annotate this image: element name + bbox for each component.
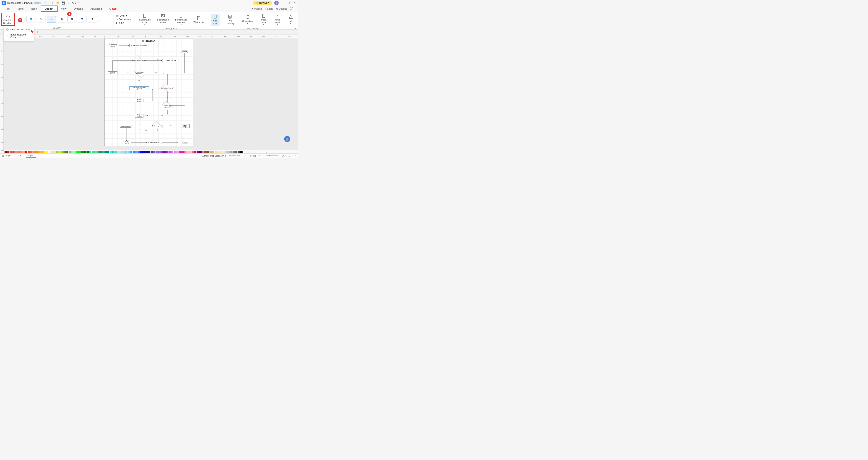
color-swatch[interactable] (197, 151, 199, 153)
color-swatch[interactable] (84, 151, 86, 153)
color-swatch[interactable] (56, 151, 58, 153)
fc-sla[interactable]: SLA (183, 141, 189, 144)
borders-headers-button[interactable]: Borders andHeaders▾ (173, 12, 189, 27)
undo-icon[interactable]: ↶ (43, 1, 46, 4)
tab-advanced[interactable]: Advanced (87, 6, 105, 11)
color-swatch[interactable] (43, 151, 45, 153)
color-swatch[interactable] (184, 151, 186, 153)
fit-screen-button[interactable]: ⛶ (289, 154, 291, 157)
color-swatch[interactable] (179, 151, 181, 153)
color-swatch[interactable] (71, 151, 73, 153)
color-swatch[interactable] (227, 151, 230, 153)
color-swatch[interactable] (63, 151, 66, 153)
page-tab-active[interactable]: Page-1 (26, 154, 36, 157)
color-swatch[interactable] (186, 151, 189, 153)
color-swatch[interactable] (15, 151, 17, 153)
pages-icon[interactable]: ▥ (2, 154, 4, 157)
tab-symbols[interactable]: Symbols (70, 6, 87, 11)
publish-button[interactable]: ✈Publish (251, 7, 262, 10)
color-swatch[interactable] (240, 151, 243, 153)
color-swatch[interactable] (255, 151, 258, 153)
fc-service-req[interactable]: Service Request (162, 59, 179, 62)
watermark-button[interactable]: Watermark (191, 15, 206, 24)
drawing-page[interactable]: IT Flowchart (104, 38, 193, 146)
share-button[interactable]: ∝Share (265, 7, 273, 10)
options-button[interactable]: ⚙Options (276, 7, 287, 10)
batch-replace-color-item[interactable]: Batch Replace Color (4, 32, 34, 40)
no-color-swatch[interactable] (1, 150, 4, 153)
color-swatch[interactable] (104, 151, 107, 153)
color-swatch[interactable] (33, 151, 35, 153)
color-swatch[interactable] (156, 151, 158, 153)
color-swatch[interactable] (107, 151, 110, 153)
color-swatch[interactable] (158, 151, 161, 153)
presentation-button[interactable]: ▷ (259, 154, 260, 157)
background-picture-button[interactable]: BackgroundPicture▾ (155, 12, 170, 27)
zoom-slider[interactable] (266, 155, 278, 156)
color-swatch[interactable] (53, 151, 56, 153)
unit-button[interactable]: Unit▾ (286, 14, 295, 25)
color-swatch[interactable] (138, 151, 140, 153)
tab-ai[interactable]: AI hot (105, 6, 120, 11)
fc-sponsor[interactable]: Sponsor sign-off (148, 141, 161, 144)
tab-home[interactable]: Home (13, 6, 27, 11)
fc-proposal[interactable]: Project Proposal (108, 71, 118, 75)
connector-dropdown[interactable]: ↘Connector ▾ (116, 18, 131, 21)
color-swatch[interactable] (215, 151, 217, 153)
color-swatch[interactable] (207, 151, 209, 153)
color-swatch[interactable] (122, 151, 125, 153)
color-swatch[interactable] (253, 151, 255, 153)
help-button[interactable]: ⓘ (290, 7, 292, 10)
color-swatch[interactable] (166, 151, 168, 153)
tab-view[interactable]: View (58, 6, 70, 11)
layers-button[interactable]: ⬚ (243, 154, 245, 157)
color-swatch[interactable] (10, 151, 12, 153)
jump-style-button[interactable]: JumpStyle▾ (273, 12, 282, 27)
color-swatch[interactable] (38, 151, 40, 153)
theme-thumb-5[interactable] (57, 16, 66, 23)
page-size-button[interactable]: PageSize▾ (259, 12, 268, 27)
theme-thumb-3[interactable] (37, 16, 46, 23)
color-swatch[interactable] (45, 151, 48, 153)
tab-file[interactable]: File (2, 6, 13, 11)
theme-prev-button[interactable]: ˄ (98, 16, 99, 18)
color-swatch[interactable] (189, 151, 191, 153)
focus-button[interactable]: [·] Focus (248, 154, 256, 157)
color-swatch[interactable] (58, 151, 61, 153)
color-swatch[interactable] (225, 151, 227, 153)
export-icon[interactable]: ⇱ ▾ (72, 1, 76, 4)
theme-thumb-4[interactable] (47, 16, 56, 23)
fc-signoff[interactable]: Project sign-off (123, 141, 131, 144)
color-swatch[interactable] (161, 151, 163, 153)
tab-insert[interactable]: Insert (27, 6, 41, 11)
fit-drawing-button[interactable]: Fit toDrawing (224, 13, 236, 25)
color-swatch[interactable] (135, 151, 137, 153)
color-swatch[interactable] (168, 151, 171, 153)
color-swatch[interactable] (140, 151, 143, 153)
fc-charter[interactable]: Project Charter (135, 98, 144, 102)
theme-next-button[interactable]: ˅ (98, 18, 99, 20)
color-swatch[interactable] (94, 151, 97, 153)
more-colors-button[interactable]: ▸ (266, 151, 267, 153)
save-icon[interactable]: 💾 (62, 1, 65, 4)
zoom-out-button[interactable]: − (263, 154, 264, 157)
add-document-button[interactable]: + (37, 30, 39, 34)
color-swatch[interactable] (89, 151, 91, 153)
color-swatch[interactable] (69, 151, 71, 153)
user-avatar[interactable]: C (274, 1, 279, 5)
fc-budget[interactable]: Budget approved? (151, 123, 164, 130)
color-swatch[interactable] (176, 151, 179, 153)
one-click-beautify-button[interactable]: One Click Beautify ▾ (1, 12, 15, 26)
color-swatch[interactable] (92, 151, 94, 153)
fc-impl[interactable]: Implementation (120, 125, 131, 127)
theme-thumb-6[interactable] (67, 16, 76, 23)
theme-more-button[interactable]: ▾ (98, 21, 99, 23)
text-dropdown[interactable]: TText ▾ (116, 22, 131, 24)
page-setup-launcher[interactable]: ⬊ (294, 27, 297, 30)
color-swatch[interactable] (261, 151, 263, 153)
assistant-button[interactable]: 🤖 (284, 136, 290, 142)
color-swatch[interactable] (263, 151, 266, 153)
print-icon[interactable]: 🖨 (67, 1, 70, 4)
theme-thumb-7[interactable] (78, 16, 87, 23)
maximize-button[interactable]: ▢ (287, 1, 290, 5)
